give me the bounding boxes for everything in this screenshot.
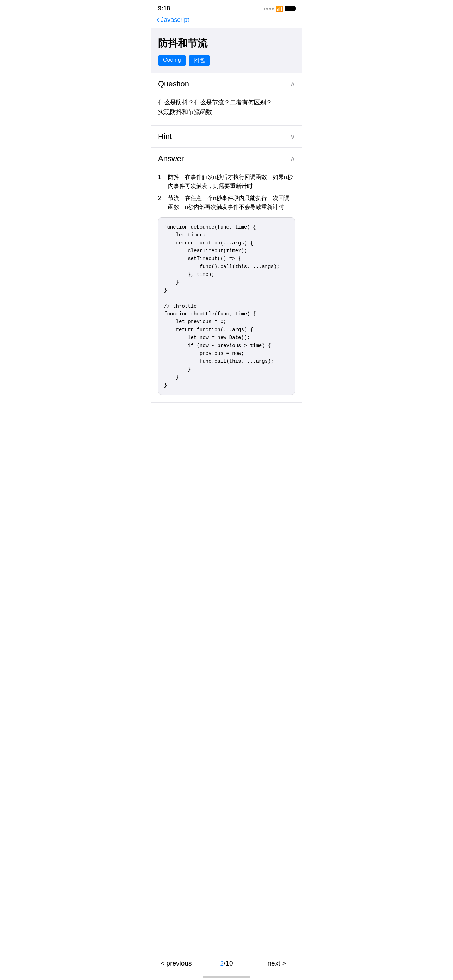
answer-list: 1. 防抖：在事件触发n秒后才执行回调函数，如果n秒内事件再次触发，则需要重新计… bbox=[158, 172, 295, 211]
question-content: 什么是防抖？什么是节流？二者有何区别？实现防抖和节流函数 bbox=[151, 95, 302, 125]
hint-section-header[interactable]: Hint ∨ bbox=[151, 126, 302, 148]
card-title: 防抖和节流 bbox=[158, 37, 295, 50]
answer-item-1: 1. 防抖：在事件触发n秒后才执行回调函数，如果n秒内事件再次触发，则需要重新计… bbox=[158, 172, 295, 191]
hint-section-title: Hint bbox=[158, 132, 172, 141]
code-text: function debounce(func, time) { let time… bbox=[164, 223, 289, 389]
back-button[interactable]: ‹ Javascript bbox=[157, 16, 296, 24]
status-icons: 📶 bbox=[264, 5, 295, 12]
question-section: Question ∧ 什么是防抖？什么是节流？二者有何区别？实现防抖和节流函数 bbox=[151, 73, 302, 126]
wifi-icon: 📶 bbox=[276, 5, 283, 12]
tags-container: Coding 闭包 bbox=[158, 55, 295, 66]
status-bar: 9:18 📶 bbox=[151, 0, 302, 15]
back-label: Javascript bbox=[161, 16, 189, 24]
nav-bar: ‹ Javascript bbox=[151, 15, 302, 28]
header-section: 防抖和节流 Coding 闭包 bbox=[151, 28, 302, 73]
status-time: 9:18 bbox=[158, 5, 170, 12]
answer-item-2-num: 2. bbox=[158, 194, 165, 212]
answer-section-title: Answer bbox=[158, 154, 184, 163]
tag-coding[interactable]: Coding bbox=[158, 55, 186, 66]
answer-item-1-text: 防抖：在事件触发n秒后才执行回调函数，如果n秒内事件再次触发，则需要重新计时 bbox=[168, 172, 295, 191]
hint-section: Hint ∨ bbox=[151, 126, 302, 148]
hint-chevron-icon: ∨ bbox=[290, 133, 295, 140]
back-chevron-icon: ‹ bbox=[157, 16, 159, 24]
code-block: function debounce(func, time) { let time… bbox=[158, 217, 295, 395]
battery-icon bbox=[285, 6, 295, 11]
answer-section-header[interactable]: Answer ∧ bbox=[151, 148, 302, 170]
question-section-header[interactable]: Question ∧ bbox=[151, 73, 302, 95]
answer-content: 1. 防抖：在事件触发n秒后才执行回调函数，如果n秒内事件再次触发，则需要重新计… bbox=[151, 170, 302, 402]
question-chevron-icon: ∧ bbox=[290, 80, 295, 88]
answer-item-2: 2. 节流：在任意一个n秒事件段内只能执行一次回调函数，n秒内部再次触发事件不会… bbox=[158, 194, 295, 212]
answer-item-2-text: 节流：在任意一个n秒事件段内只能执行一次回调函数，n秒内部再次触发事件不会导致重… bbox=[168, 194, 295, 212]
answer-section: Answer ∧ 1. 防抖：在事件触发n秒后才执行回调函数，如果n秒内事件再次… bbox=[151, 148, 302, 402]
question-text: 什么是防抖？什么是节流？二者有何区别？实现防抖和节流函数 bbox=[158, 98, 295, 117]
tag-closure[interactable]: 闭包 bbox=[189, 55, 210, 66]
answer-chevron-icon: ∧ bbox=[290, 155, 295, 162]
question-section-title: Question bbox=[158, 80, 189, 89]
signal-icon bbox=[264, 8, 274, 10]
answer-item-1-num: 1. bbox=[158, 172, 165, 191]
